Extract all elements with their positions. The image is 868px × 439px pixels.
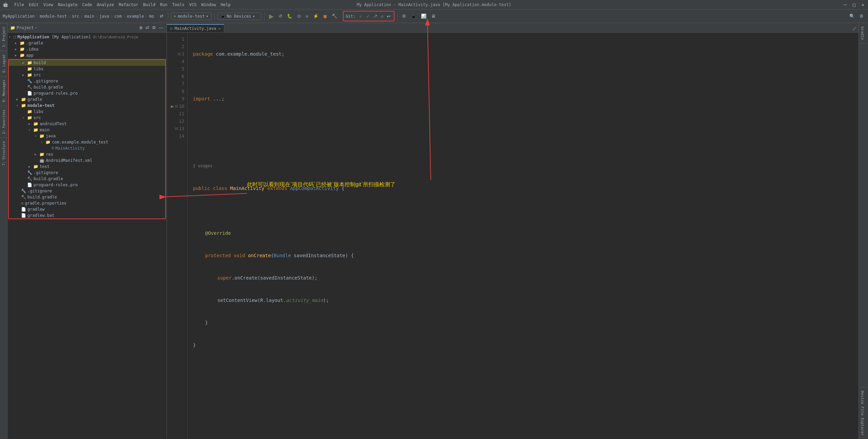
tree-app-gitignore[interactable]: 🔧 .gitignore (9, 78, 165, 84)
panel-label-project[interactable]: 1: Project (0, 23, 7, 51)
menu-help[interactable]: Help (221, 2, 231, 7)
tree-root[interactable]: ▾ □ MyApplication [My Application] D:\En… (7, 34, 167, 40)
tree-app-buildgradle[interactable]: 🔨 build.gradle (9, 84, 165, 90)
menu-code[interactable]: Code (82, 2, 92, 7)
menu-run[interactable]: Run (160, 2, 168, 7)
breadcrumb-mo[interactable]: mo (149, 14, 154, 19)
tree-gradle[interactable]: ▶ 📁 .gradle (7, 40, 167, 46)
fold-icon-10[interactable]: ⊟ (175, 102, 177, 110)
coverage-button[interactable]: ⊙ (295, 13, 303, 20)
stop-button[interactable]: ◼ (322, 13, 329, 20)
search-everywhere-btn[interactable]: 🔍 (848, 13, 856, 20)
breadcrumb-module[interactable]: module-test (40, 14, 66, 19)
tree-java[interactable]: ▾ 📁 java (9, 133, 165, 139)
git-rollback-btn[interactable]: ↩ (386, 13, 392, 20)
mainactivity-icon: © (52, 146, 54, 151)
menu-file[interactable]: File (14, 2, 24, 7)
tree-root-buildgradle[interactable]: 🔨 build.gradle (9, 194, 165, 200)
breadcrumb-nav-btn[interactable]: ⇄ (158, 13, 165, 20)
git-push-btn[interactable]: ✓ (365, 13, 371, 20)
settings-btn[interactable]: ⚙ (858, 13, 865, 20)
tree-src[interactable]: ▶ 📁 src (9, 72, 165, 78)
git-history-btn[interactable]: ○ (380, 13, 384, 20)
code-content[interactable]: package com.example.module_test; import … (188, 33, 859, 439)
tree-com-example[interactable]: ▾ 📁 com.example.module_test (9, 139, 165, 145)
tab-close-btn[interactable]: ✕ (218, 26, 220, 31)
tree-idea[interactable]: ▶ 📁 .idea (7, 46, 167, 52)
libs-label: libs (34, 66, 43, 71)
tree-mt-libs[interactable]: 📁 libs (9, 109, 165, 115)
run-icon-10[interactable]: ▶ (171, 102, 174, 110)
breadcrumb-src[interactable]: src (72, 14, 79, 19)
tree-mt-buildgradle[interactable]: 🔨 build.gradle (9, 176, 165, 182)
project-minimize-btn[interactable]: — (158, 24, 164, 31)
menu-window[interactable]: Window (201, 2, 216, 7)
close-button[interactable]: ✕ (861, 2, 865, 7)
tab-java-icon: © (170, 26, 173, 31)
tree-mt-src[interactable]: ▾ 📁 src (9, 115, 165, 121)
tree-mt-proguard[interactable]: 📄 proguard-rules.pro (9, 182, 165, 188)
menu-vcs[interactable]: VCS (189, 2, 197, 7)
maximize-button[interactable]: □ (852, 2, 856, 7)
module-dropdown[interactable]: ▶ module-test ▾ (171, 13, 212, 20)
sdk-manager-btn[interactable]: ⚙ (400, 13, 408, 20)
run-button[interactable]: ▶ (267, 12, 275, 21)
tree-gradle-folder[interactable]: ▶ 📁 gradle (9, 96, 165, 102)
editor-tab-mainactivity[interactable]: © MainActivity.java ✕ (167, 24, 224, 32)
breadcrumb-app[interactable]: MyApplication (3, 14, 35, 19)
breadcrumb-com[interactable]: com (114, 14, 122, 19)
breadcrumb-example[interactable]: example (127, 14, 144, 19)
tree-gradlew-bat[interactable]: 📄 gradlew.bat (9, 212, 165, 218)
breadcrumb-main[interactable]: main (84, 14, 94, 19)
tree-gradlew[interactable]: 📄 gradlew (9, 206, 165, 212)
device-manager-btn[interactable]: 🖥 (429, 13, 437, 20)
debug-button[interactable]: 🐛 (285, 13, 294, 20)
attach-button[interactable]: ⚡ (311, 13, 320, 20)
tree-app-proguard[interactable]: 📄 proguard-rules.pro (9, 90, 165, 96)
tree-libs[interactable]: 📁 libs (9, 66, 165, 72)
tree-res[interactable]: ▶ 📁 res (9, 151, 165, 157)
build-button[interactable]: 🔨 (330, 13, 339, 20)
tree-gradle-properties[interactable]: ⚙ gradle.properties (9, 200, 165, 206)
menu-navigate[interactable]: Navigate (58, 2, 78, 7)
device-explorer-label[interactable]: Device File Explorer (859, 387, 868, 439)
fold-icon-3[interactable]: ⊟ (178, 50, 180, 58)
sync-button[interactable]: ↺ (277, 13, 284, 20)
app-proguard-label: proguard-rules.pro (34, 91, 78, 96)
profile-button[interactable]: ⍟ (304, 13, 310, 20)
tree-app[interactable]: ▶ 📁 app (7, 52, 167, 58)
project-add-btn[interactable]: ⊕ (138, 24, 143, 31)
tree-build[interactable]: ▶ 📁 build (9, 60, 165, 66)
project-settings-btn[interactable]: ⚙ (151, 24, 157, 31)
tree-mainactivity[interactable]: © MainActivity (9, 145, 165, 151)
brace-open: { (342, 185, 344, 192)
panel-label-structure[interactable]: 7: Structure (0, 137, 7, 169)
tree-mt-gitignore[interactable]: 🔧 .gitignore (9, 170, 165, 176)
avd-manager-btn[interactable]: 📱 (409, 13, 418, 20)
device-dropdown[interactable]: 📱 No Devices ▾ (217, 13, 262, 20)
menu-tools[interactable]: Tools (172, 2, 185, 7)
tree-module-test[interactable]: ▾ 📁 module-test (9, 102, 165, 109)
tree-androidtest[interactable]: ▶ 📁 androidTest (9, 121, 165, 127)
usages-hint: 2 usages (193, 162, 213, 170)
tree-root-gitignore[interactable]: 🔧 .gitignore (9, 188, 165, 194)
menu-edit[interactable]: Edit (29, 2, 39, 7)
panel-label-commit[interactable]: 6: Logcat (0, 51, 7, 76)
git-update-btn[interactable]: ↗ (372, 12, 379, 20)
minimize-button[interactable]: ─ (843, 2, 848, 7)
profiler-btn[interactable]: 📊 (419, 13, 428, 20)
menu-view[interactable]: View (43, 2, 53, 7)
panel-label-favorites[interactable]: 2: Favorites (0, 106, 7, 137)
panel-label-messages[interactable]: 0: Messages (0, 76, 7, 106)
menu-analyze[interactable]: Analyze (97, 2, 114, 7)
breadcrumb-java[interactable]: java (99, 14, 109, 19)
menu-build[interactable]: Build (143, 2, 155, 7)
fold-icon-13[interactable]: ⊟ (175, 125, 177, 132)
tree-test[interactable]: ▶ 📁 test (9, 164, 165, 170)
tree-androidmanifest[interactable]: 🤖 AndroidManifest.xml (9, 157, 165, 164)
git-commit-btn[interactable]: ✓ (358, 13, 364, 20)
menu-refactor[interactable]: Refactor (119, 2, 138, 7)
project-sync-btn[interactable]: ⇄ (145, 24, 150, 31)
tree-main[interactable]: ▾ 📁 main (9, 127, 165, 133)
gradle-panel-label[interactable]: Gradle (859, 23, 868, 44)
